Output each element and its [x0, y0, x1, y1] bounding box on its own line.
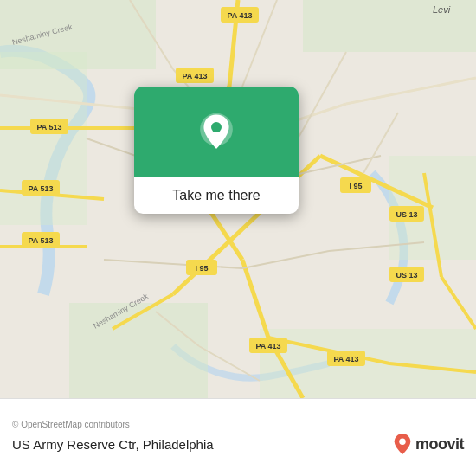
take-me-there-button[interactable]: Take me there	[134, 177, 299, 214]
popup-green-header	[134, 87, 299, 177]
svg-text:PA 413: PA 413	[255, 342, 280, 351]
location-pin-icon	[196, 112, 237, 153]
svg-text:PA 413: PA 413	[227, 11, 252, 20]
svg-rect-3	[0, 52, 87, 225]
svg-text:I 95: I 95	[195, 264, 208, 273]
svg-text:PA 413: PA 413	[182, 72, 207, 80]
svg-point-67	[399, 439, 405, 445]
svg-text:US 13: US 13	[396, 271, 417, 280]
svg-text:Levi: Levi	[433, 4, 451, 15]
map-container[interactable]: PA 413 PA 413 PA 513 PA 513 PA 513 I 95 …	[0, 0, 476, 398]
location-row: US Army Reserve Ctr, Philadelphia moovit	[12, 433, 464, 455]
svg-text:PA 513: PA 513	[36, 123, 61, 132]
svg-point-66	[211, 122, 222, 132]
copyright-text: © OpenStreetMap contributors	[12, 420, 464, 429]
moovit-logo[interactable]: moovit	[393, 433, 464, 455]
location-name: US Army Reserve Ctr, Philadelphia	[12, 437, 214, 452]
svg-text:PA 513: PA 513	[28, 236, 53, 245]
svg-text:PA 513: PA 513	[28, 184, 53, 193]
svg-text:US 13: US 13	[396, 210, 417, 219]
bottom-bar: © OpenStreetMap contributors US Army Res…	[0, 398, 476, 476]
svg-rect-6	[260, 329, 476, 398]
svg-rect-5	[69, 303, 208, 398]
moovit-pin-icon	[393, 433, 412, 455]
svg-text:I 95: I 95	[349, 182, 362, 190]
moovit-brand-text: moovit	[415, 435, 464, 453]
svg-text:PA 413: PA 413	[333, 355, 358, 363]
popup-card[interactable]: Take me there	[134, 87, 299, 214]
